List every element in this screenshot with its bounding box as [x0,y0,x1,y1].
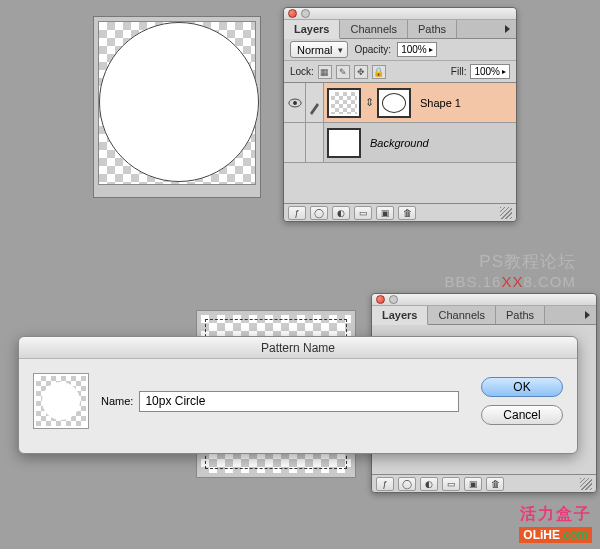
cancel-button[interactable]: Cancel [481,405,563,425]
brush-icon [306,83,324,123]
palette-tabs: Layers Channels Paths [372,306,596,325]
tab-paths[interactable]: Paths [408,20,457,38]
palette-menu-icon[interactable] [498,20,516,38]
lock-fill-row: Lock: ▦ ✎ ✥ 🔒 Fill: 100% ▸ [284,61,516,83]
dialog-body: Name: OK Cancel [19,359,577,443]
lock-move-icon[interactable]: ✥ [354,65,368,79]
tab-paths[interactable]: Paths [496,306,545,324]
layer-row-shape1[interactable]: ⇕ Shape 1 [284,83,516,123]
trash-icon[interactable]: 🗑 [398,206,416,220]
visibility-toggle[interactable] [284,123,306,162]
pattern-preview [33,373,89,429]
palette-bottom-bar: ƒ ◯ ◐ ▭ ▣ 🗑 [372,474,596,492]
close-icon[interactable] [376,295,385,304]
blend-opacity-row: Normal ▾ Opacity: 100% ▸ [284,39,516,61]
watermark-line1: PS教程论坛 [445,250,576,273]
layer-mask-icon[interactable]: ◯ [398,477,416,491]
close-icon[interactable] [288,9,297,18]
pattern-name-dialog: Pattern Name Name: OK Cancel [18,336,578,454]
folder-icon[interactable]: ▭ [442,477,460,491]
name-field-wrap: Name: [101,391,459,412]
palette-menu-icon[interactable] [578,306,596,324]
adjustment-layer-icon[interactable]: ◐ [420,477,438,491]
lock-brush-icon[interactable]: ✎ [336,65,350,79]
new-layer-icon[interactable]: ▣ [464,477,482,491]
dropdown-caret-icon: ▾ [338,45,343,55]
minimize-icon[interactable] [389,295,398,304]
layers-list: ⇕ Shape 1 Background [284,83,516,163]
chevron-right-icon: ▸ [502,67,506,76]
tab-layers[interactable]: Layers [372,306,428,325]
canvas-window [93,16,261,198]
layer-name[interactable]: Background [370,137,429,149]
opacity-field[interactable]: 100% ▸ [397,42,437,57]
palette-titlebar[interactable] [372,294,596,306]
fill-label: Fill: [451,66,467,77]
new-layer-icon[interactable]: ▣ [376,206,394,220]
window-controls [288,9,310,18]
palette-tabs: Layers Channels Paths [284,20,516,39]
fx-icon[interactable]: ƒ [288,206,306,220]
layer-thumbnail[interactable] [327,128,361,158]
link-column[interactable] [306,83,324,122]
resize-grip-icon[interactable] [500,207,512,219]
layer-name[interactable]: Shape 1 [420,97,461,109]
watermark-text: PS教程论坛 BBS.16XX8.COM [445,250,576,290]
trash-icon[interactable]: 🗑 [486,477,504,491]
layer-thumbnail[interactable] [327,88,361,118]
eye-icon [288,98,302,108]
lock-label: Lock: [290,66,314,77]
palette-titlebar[interactable] [284,8,516,20]
circle-shape-path [99,22,259,182]
pattern-preview-thumb [36,376,86,426]
adjustment-layer-icon[interactable]: ◐ [332,206,350,220]
vector-mask-thumbnail[interactable] [377,88,411,118]
ok-button[interactable]: OK [481,377,563,397]
svg-point-1 [293,101,297,105]
palette-bottom-bar: ƒ ◯ ◐ ▭ ▣ 🗑 [284,203,516,221]
window-controls [376,295,398,304]
canvas-document[interactable] [98,21,256,185]
layer-row-background[interactable]: Background [284,123,516,163]
fill-value: 100% [474,66,500,77]
layers-palette: Layers Channels Paths Normal ▾ Opacity: … [283,7,517,222]
dialog-buttons: OK Cancel [481,377,563,425]
lock-all-icon[interactable]: 🔒 [372,65,386,79]
visibility-toggle[interactable] [284,83,306,122]
lock-transparency-icon[interactable]: ▦ [318,65,332,79]
minimize-icon[interactable] [301,9,310,18]
resize-grip-icon[interactable] [580,478,592,490]
fx-icon[interactable]: ƒ [376,477,394,491]
watermark-line2: BBS.16XX8.COM [445,273,576,290]
opacity-label: Opacity: [354,44,391,55]
name-label: Name: [101,395,133,407]
opacity-value: 100% [401,44,427,55]
tab-layers[interactable]: Layers [284,20,340,39]
layer-mask-icon[interactable]: ◯ [310,206,328,220]
tab-channels[interactable]: Channels [340,20,407,38]
fill-field[interactable]: 100% ▸ [470,64,510,79]
link-icon: ⇕ [364,88,374,118]
link-column[interactable] [306,123,324,162]
blend-mode-select[interactable]: Normal ▾ [290,41,348,58]
folder-icon[interactable]: ▭ [354,206,372,220]
brand-text-1: 活力盒子 [520,504,592,525]
brand-text-2: OLiHE.com [519,527,592,543]
pattern-name-input[interactable] [139,391,459,412]
blend-mode-value: Normal [297,44,332,56]
tab-channels[interactable]: Channels [428,306,495,324]
chevron-right-icon: ▸ [429,45,433,54]
dialog-title: Pattern Name [19,337,577,359]
